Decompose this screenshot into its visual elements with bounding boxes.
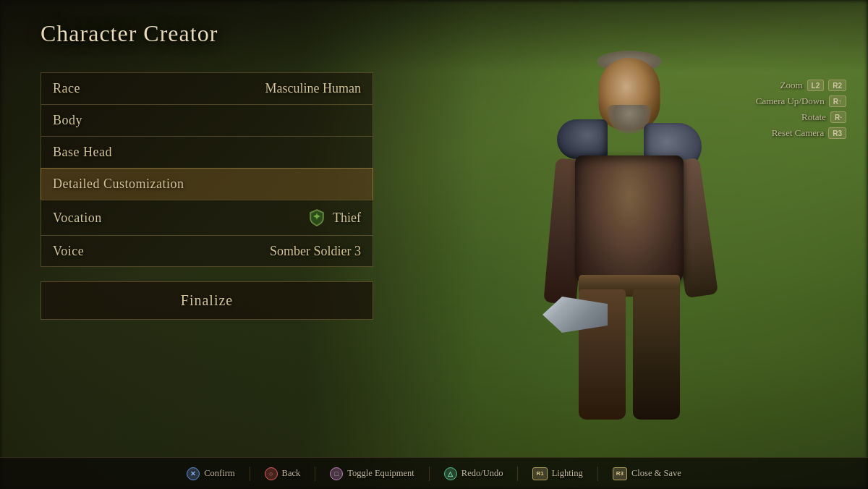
vocation-icon	[307, 208, 327, 228]
separator-3	[429, 467, 430, 481]
confirm-label: Confirm	[204, 468, 234, 479]
menu-item-race[interactable]: Race Masculine Human	[41, 72, 373, 104]
redo-undo-label: Redo/Undo	[461, 468, 503, 479]
camera-updown-label: Camera Up/Down	[756, 95, 825, 107]
rotate-label: Rotate	[801, 111, 826, 123]
reset-camera-button[interactable]: R3	[828, 127, 846, 139]
rotate-control-row: Rotate R·	[756, 111, 846, 123]
menu-item-body[interactable]: Body	[41, 104, 373, 136]
detailed-customization-label: Detailed Customization	[53, 177, 184, 192]
close-save-action[interactable]: R3 Close & Save	[600, 467, 694, 480]
voice-label: Voice	[53, 244, 84, 259]
zoom-control-row: Zoom L2 R2	[756, 80, 846, 91]
toggle-equipment-label: Toggle Equipment	[347, 468, 414, 479]
separator-2	[315, 467, 315, 481]
weapon-blade	[542, 297, 608, 333]
zoom-label: Zoom	[780, 80, 802, 91]
lighting-label: Lighting	[552, 468, 583, 479]
finalize-button[interactable]: Finalize	[41, 281, 373, 320]
rotate-button[interactable]: R·	[830, 111, 846, 123]
separator-4	[517, 467, 518, 481]
zoom-r2-button[interactable]: R2	[828, 80, 846, 91]
vocation-label: Vocation	[53, 211, 102, 226]
voice-value: Somber Soldier 3	[270, 244, 361, 259]
menu-item-voice[interactable]: Voice Somber Soldier 3	[41, 235, 373, 267]
camera-controls: Zoom L2 R2 Camera Up/Down R↑ Rotate R· R…	[756, 80, 846, 143]
back-action[interactable]: ○ Back	[252, 467, 314, 480]
lighting-icon: R1	[532, 467, 547, 480]
menu-container: Race Masculine Human Body Base Head Deta…	[41, 72, 373, 320]
menu-item-base-head[interactable]: Base Head	[41, 136, 373, 168]
separator-5	[597, 467, 598, 481]
bottom-action-bar: ✕ Confirm ○ Back □ Toggle Equipment △ Re…	[0, 457, 868, 489]
base-head-label: Base Head	[53, 145, 112, 160]
separator-1	[250, 467, 250, 481]
race-value: Masculine Human	[265, 81, 361, 96]
menu-item-detailed-customization[interactable]: Detailed Customization	[41, 168, 373, 200]
toggle-equipment-action[interactable]: □ Toggle Equipment	[317, 467, 427, 480]
reset-camera-label: Reset Camera	[772, 127, 825, 139]
zoom-l2-button[interactable]: L2	[807, 80, 825, 91]
back-label: Back	[282, 468, 301, 479]
char-shoulder-left	[557, 119, 608, 159]
body-label: Body	[53, 113, 82, 128]
vocation-value: Thief	[307, 208, 361, 228]
char-torso	[575, 156, 684, 286]
reset-camera-control-row: Reset Camera R3	[756, 127, 846, 139]
close-save-icon: R3	[613, 467, 627, 480]
back-icon: ○	[265, 467, 278, 480]
redo-undo-icon: △	[444, 467, 457, 480]
toggle-equipment-icon: □	[330, 467, 343, 480]
character-figure	[528, 43, 731, 463]
close-save-label: Close & Save	[631, 468, 681, 479]
redo-undo-action[interactable]: △ Redo/Undo	[431, 467, 516, 480]
camera-updown-button[interactable]: R↑	[829, 95, 846, 107]
confirm-icon: ✕	[187, 467, 200, 480]
confirm-action[interactable]: ✕ Confirm	[174, 467, 247, 480]
char-weapon	[535, 282, 622, 340]
menu-item-vocation[interactable]: Vocation Thief	[41, 200, 373, 235]
char-leg-right	[633, 289, 680, 420]
lighting-action[interactable]: R1 Lighting	[519, 467, 595, 480]
race-label: Race	[53, 81, 80, 96]
camera-updown-control-row: Camera Up/Down R↑	[756, 95, 846, 107]
